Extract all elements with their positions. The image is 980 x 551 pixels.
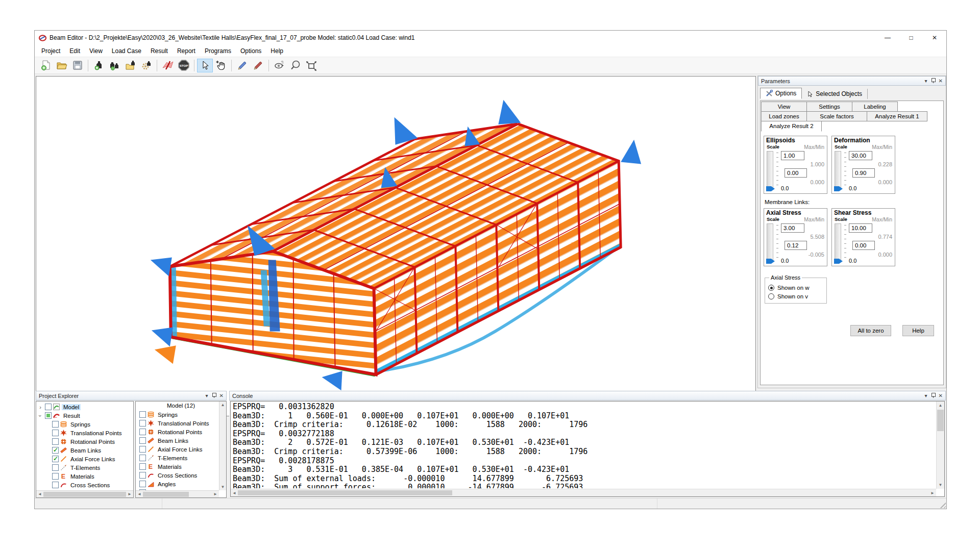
checkbox[interactable] (139, 411, 146, 418)
scroll-thumb[interactable] (43, 492, 126, 497)
tab-options[interactable]: Options (760, 88, 802, 99)
checkbox[interactable] (45, 404, 52, 410)
panel-close-icon[interactable]: ✕ (939, 393, 943, 398)
draw-beam-button[interactable] (234, 59, 250, 72)
max-scale-input[interactable] (849, 151, 872, 160)
console-vscrollbar[interactable]: ▲ ▼ (936, 402, 944, 489)
checkbox[interactable] (52, 421, 59, 428)
scroll-up-icon[interactable]: ▲ (937, 402, 944, 409)
scale-slider[interactable] (767, 151, 773, 189)
subtab-analyze-result-1[interactable]: Analyze Result 1 (867, 111, 927, 121)
select-cursor-button[interactable] (197, 59, 213, 72)
checkbox[interactable] (52, 430, 59, 436)
scroll-thumb[interactable] (937, 410, 944, 431)
list-item-cross-sections[interactable]: Cross Sections (138, 471, 226, 480)
panel-close-icon[interactable]: ✕ (939, 79, 943, 84)
subtab-labeling[interactable]: Labeling (852, 102, 898, 112)
tree-hscrollbar[interactable]: ◄ ► (36, 490, 133, 497)
scroll-down-icon[interactable]: ▼ (937, 481, 944, 489)
scroll-right-icon[interactable]: ► (126, 492, 133, 496)
tab-selected-objects[interactable]: Selected Objects (802, 89, 868, 99)
list-hscrollbar[interactable]: ◄ ► (136, 490, 219, 497)
fit-view-button[interactable] (303, 59, 319, 72)
tree-item-axial-force-links[interactable]: Axial Force Links (37, 455, 133, 463)
maximize-button[interactable]: □ (899, 31, 923, 45)
open-load-case-button[interactable] (122, 59, 138, 72)
tree-item-result[interactable]: › Result (37, 411, 133, 420)
menu-view[interactable]: View (85, 46, 107, 56)
checkbox[interactable] (52, 438, 59, 445)
radio-icon[interactable] (768, 285, 774, 291)
scale-slider[interactable] (767, 223, 773, 261)
scroll-thumb[interactable] (238, 490, 452, 495)
minimize-button[interactable]: — (876, 31, 899, 45)
pan-hand-button[interactable] (213, 59, 229, 72)
checkbox[interactable] (139, 463, 146, 470)
console-output[interactable]: EPSPRQ= 0.0031362820 Beam3D: 1 0.560E-01… (230, 401, 945, 497)
min-scale-input[interactable] (785, 168, 807, 178)
checkbox[interactable] (139, 420, 146, 427)
new-project-button[interactable] (38, 59, 54, 72)
radio-icon[interactable] (768, 293, 774, 299)
min-scale-input[interactable] (785, 241, 807, 250)
stop-calculation-button[interactable]: STOP (176, 59, 191, 72)
panel-menu-icon[interactable]: ▾ (206, 393, 208, 398)
scale-slider[interactable] (835, 223, 841, 261)
list-item-springs[interactable]: Springs (138, 410, 226, 419)
checkbox[interactable] (139, 481, 146, 487)
list-vscrollbar[interactable]: ▲ ▼ (219, 402, 226, 490)
tree-item-cross-sections[interactable]: Cross Sections (37, 481, 133, 489)
radio-shown-on-w[interactable]: Shown on w (768, 285, 823, 291)
scale-slider[interactable] (835, 151, 841, 189)
panel-menu-icon[interactable]: ▾ (925, 393, 927, 398)
max-scale-input[interactable] (849, 223, 872, 233)
max-scale-input[interactable] (781, 223, 804, 233)
menu-edit[interactable]: Edit (65, 46, 85, 56)
pin-icon[interactable] (931, 78, 935, 84)
menu-result[interactable]: Result (146, 46, 173, 56)
checkbox[interactable] (52, 456, 59, 462)
checkbox[interactable] (139, 437, 146, 444)
list-item-rotational-points[interactable]: Rotational Points (138, 428, 226, 436)
save-project-button[interactable] (69, 59, 85, 72)
list-item-axial-force-links[interactable]: Axial Force Links (138, 445, 226, 454)
checkbox[interactable] (52, 447, 59, 454)
menu-project[interactable]: Project (37, 46, 65, 56)
checkbox[interactable] (52, 464, 59, 471)
tree-item-translational-points[interactable]: Translational Points (37, 429, 133, 437)
expander-icon[interactable]: › (37, 413, 43, 419)
checkbox[interactable] (52, 482, 59, 488)
panel-close-icon[interactable]: ✕ (219, 393, 224, 398)
pin-icon[interactable] (931, 393, 935, 398)
list-item-materials[interactable]: E Materials (138, 462, 226, 471)
menu-report[interactable]: Report (173, 46, 200, 56)
checkbox[interactable] (139, 446, 146, 453)
min-scale-input[interactable] (852, 241, 875, 250)
scroll-left-icon[interactable]: ◄ (136, 492, 143, 496)
close-button[interactable]: ✕ (923, 31, 946, 45)
tree-item-beam-links[interactable]: Beam Links (37, 446, 133, 455)
zoom-view-button[interactable] (287, 59, 303, 72)
tree-item-materials[interactable]: E Materials (37, 472, 133, 481)
list-item-t-elements[interactable]: T-Elements (138, 454, 226, 462)
scroll-left-icon[interactable]: ◄ (231, 491, 238, 495)
min-scale-input[interactable] (852, 168, 875, 178)
result-display-button[interactable] (160, 59, 176, 72)
scroll-up-icon[interactable]: ▲ (221, 403, 225, 407)
orbit-rotate-button[interactable] (272, 59, 287, 72)
scroll-right-icon[interactable]: ► (212, 492, 219, 496)
panel-menu-icon[interactable]: ▾ (925, 79, 927, 84)
slider-thumb[interactable] (834, 186, 843, 191)
subtab-analyze-result-2[interactable]: Analyze Result 2 (761, 121, 822, 132)
all-to-zero-button[interactable]: All to zero (850, 325, 891, 336)
menu-programs[interactable]: Programs (200, 46, 236, 56)
scroll-down-icon[interactable]: ▼ (221, 485, 225, 489)
list-item-beam-links[interactable]: Beam Links (138, 436, 226, 445)
checkbox[interactable] (139, 455, 146, 461)
checkbox[interactable] (139, 429, 146, 435)
max-scale-input[interactable] (781, 151, 804, 160)
checkbox[interactable] (45, 412, 52, 419)
open-project-button[interactable] (54, 59, 69, 72)
menu-help[interactable]: Help (266, 46, 288, 56)
slider-thumb[interactable] (766, 186, 775, 191)
